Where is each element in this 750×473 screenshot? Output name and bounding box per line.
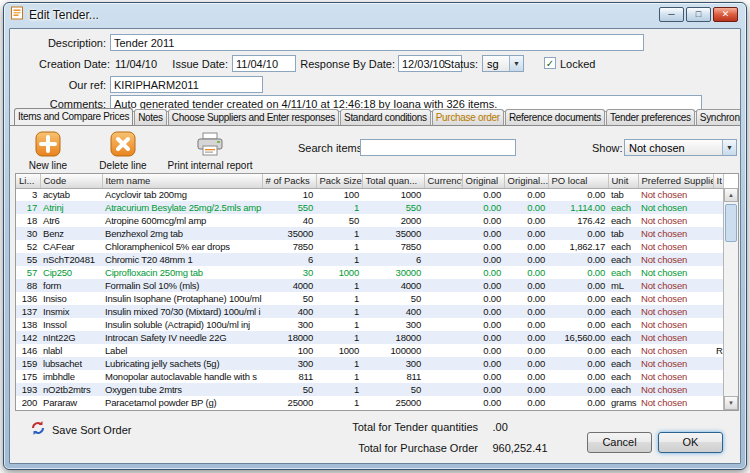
table-row[interactable]: 57Cip250Ciprofloxacin 250mg tab301000300… <box>16 266 723 279</box>
show-filter-select[interactable]: Not chosen ▼ <box>624 139 737 156</box>
col-po-local[interactable]: PO local <box>548 174 608 188</box>
save-sort-order-button[interactable]: Save Sort Order <box>30 420 131 440</box>
cell-unit: each <box>608 318 638 331</box>
status-select[interactable]: sg ▼ <box>482 55 524 72</box>
cell-orig2: 0.00 <box>504 214 548 227</box>
new-line-button[interactable]: New line <box>13 131 83 171</box>
total-tender-label: Total for Tender quantities <box>250 421 478 433</box>
cell-po: 0.00 <box>548 396 608 409</box>
table-row[interactable]: 3acytabAcyclovir tab 200mg1010010000.000… <box>16 188 723 201</box>
tab-synchronize[interactable]: Synchronize <box>696 109 741 126</box>
tab-purchase-order[interactable]: Purchase order <box>432 109 504 126</box>
cell-orig: 0.00 <box>462 266 504 279</box>
maximize-button[interactable]: □ <box>686 7 711 22</box>
cell-packs: 300 <box>262 357 316 370</box>
table-row[interactable]: 142nInt22GIntrocan Safety IV needle 22G1… <box>16 331 723 344</box>
cell-supplier: Not chosen <box>638 305 713 318</box>
cell-unit: each <box>608 305 638 318</box>
table-row[interactable]: 137InsmixInsulin mixed 70/30 (Mixtard) 1… <box>16 305 723 318</box>
scroll-up-icon[interactable]: ▲ <box>724 188 738 202</box>
table-row[interactable]: 159lubsachetLubricating jelly sachets (5… <box>16 357 723 370</box>
table-row[interactable]: 200PararawParacetamol powder BP (g)25000… <box>16 396 723 409</box>
cell-unit: each <box>608 253 638 266</box>
table-row[interactable]: 175imbhdleMonopolar autoclavable handle … <box>16 370 723 383</box>
cell-total: 811 <box>362 370 424 383</box>
cancel-button[interactable]: Cancel <box>587 432 652 453</box>
cell-unit: each <box>608 344 638 357</box>
col-total-quantity[interactable]: Total quan... <box>362 174 424 188</box>
tab-notes[interactable]: Notes <box>134 109 167 126</box>
issue-date-input[interactable] <box>232 55 296 72</box>
cell-code: Cip250 <box>40 266 102 279</box>
table-row[interactable]: 18Atr6Atropine 600mcg/ml amp405020000.00… <box>16 214 723 227</box>
cell-cur <box>424 266 462 279</box>
col-line[interactable]: Li... <box>16 174 40 188</box>
tab-standard-conditions[interactable]: Standard conditions <box>340 109 431 126</box>
cell-supplier: Not chosen <box>638 214 713 227</box>
ok-button[interactable]: OK <box>658 432 723 453</box>
cell-cur <box>424 253 462 266</box>
cell-total: 50 <box>362 292 424 305</box>
cell-supplier: Not chosen <box>638 227 713 240</box>
cell-total: 4000 <box>362 279 424 292</box>
titlebar[interactable]: Edit Tender... ─ □ ✕ <box>4 3 746 27</box>
scroll-down-icon[interactable]: ▼ <box>724 396 738 410</box>
cell-size: 1000 <box>316 344 362 357</box>
cell-cur <box>424 396 462 409</box>
tab-reference-documents[interactable]: Reference documents <box>505 109 605 126</box>
col-pack-size[interactable]: Pack Size <box>316 174 362 188</box>
cell-flag <box>713 331 723 344</box>
table-row[interactable]: 146nlablLabel10010001000000.000.000.00ea… <box>16 344 723 357</box>
col-item-name[interactable]: Item name <box>102 174 262 188</box>
table-row[interactable]: 88formFormalin Sol 10% (mls)4000140000.0… <box>16 279 723 292</box>
search-items-label: Search items <box>298 142 362 154</box>
col-code[interactable]: Code <box>40 174 102 188</box>
table-row[interactable]: 55nSchT20481Chromic T20 48mm 16160.000.0… <box>16 253 723 266</box>
table-row[interactable]: 52CAFearChloramphenicol 5% ear drops7850… <box>16 240 723 253</box>
cell-orig2: 0.00 <box>504 370 548 383</box>
scrollbar-thumb[interactable] <box>725 204 737 242</box>
col-packs[interactable]: # of Packs <box>262 174 316 188</box>
cell-flag <box>713 370 723 383</box>
close-button[interactable]: ✕ <box>713 7 738 22</box>
cell-cur <box>424 201 462 214</box>
description-input[interactable] <box>110 34 644 51</box>
table-row[interactable]: 17AtrinjAtracurium Besylate 25mg/2.5mls … <box>16 201 723 214</box>
col-currency[interactable]: Currency <box>424 174 462 188</box>
locked-checkbox[interactable]: ✓ <box>544 57 556 69</box>
table-row[interactable]: 138InssolInsulin soluble (Actrapid) 100u… <box>16 318 723 331</box>
cell-packs: 30 <box>262 266 316 279</box>
col-original-local[interactable]: Original... <box>504 174 548 188</box>
col-unit[interactable]: Unit <box>608 174 638 188</box>
minimize-button[interactable]: ─ <box>659 7 684 22</box>
cell-line: 52 <box>16 240 40 253</box>
vertical-scrollbar[interactable]: ▲ ▼ <box>723 188 738 410</box>
cell-flag <box>713 305 723 318</box>
cell-unit: each <box>608 383 638 396</box>
cell-line: 137 <box>16 305 40 318</box>
cell-name: Ciprofloxacin 250mg tab <box>102 266 262 279</box>
tab-choose-suppliers[interactable]: Choose Suppliers and Enter responses <box>168 109 339 126</box>
response-by-label: Response By Date: <box>298 58 395 70</box>
print-internal-report-button[interactable]: Print internal report <box>160 131 260 171</box>
cell-code: Atr6 <box>40 214 102 227</box>
our-ref-input[interactable] <box>110 76 263 93</box>
table-row[interactable]: 193nO2tb2mtrsOxygen tube 2mtrs501500.000… <box>16 383 723 396</box>
cell-size: 1 <box>316 331 362 344</box>
cell-orig2: 0.00 <box>504 266 548 279</box>
col-original[interactable]: Original <box>462 174 504 188</box>
cell-po: 0.00 <box>548 188 608 201</box>
delete-line-label: Delete line <box>88 160 158 171</box>
tab-items-and-compare-prices[interactable]: Items and Compare Prices <box>14 108 133 126</box>
cell-po: 0.00 <box>548 357 608 370</box>
col-preferred-supplier[interactable]: Preferred Supplier <box>638 174 713 188</box>
table-row[interactable]: 30BenzBenzhexol 2mg tab350001350000.000.… <box>16 227 723 240</box>
tab-tender-preferences[interactable]: Tender preferences <box>606 109 695 126</box>
col-item-flag[interactable]: It <box>713 174 723 188</box>
table-row[interactable]: 136InsisoInsulin Isophane (Protaphane) 1… <box>16 292 723 305</box>
delete-line-button[interactable]: Delete line <box>88 131 158 171</box>
search-items-input[interactable] <box>360 139 516 156</box>
cell-line: 175 <box>16 370 40 383</box>
cell-name: Oxygen tube 2mtrs <box>102 383 262 396</box>
cell-line: 136 <box>16 292 40 305</box>
